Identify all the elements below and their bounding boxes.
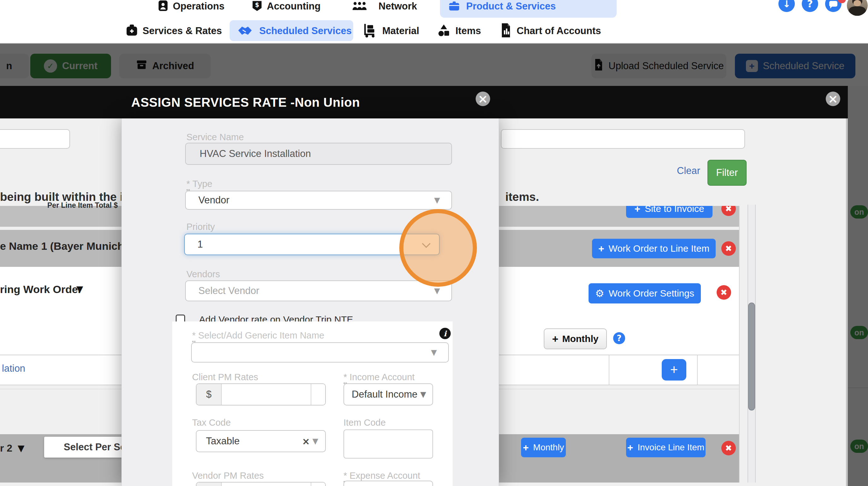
subtab-items[interactable]: Items [456,25,481,37]
tax-code-label: Tax Code [192,418,231,428]
priority-label: Priority [186,222,215,232]
subtab-scheduled-services[interactable]: Scheduled Services [259,25,352,37]
table-right-edge [739,206,740,483]
client-pm-input-group: $ [196,383,326,405]
line-item-total-header: Per Line Item Total $ [47,201,118,210]
site-to-invoice-button[interactable]: + Site to Invoice [626,206,713,218]
info-icon[interactable]: i [439,328,451,339]
delete-icon[interactable]: ✖ [717,285,731,300]
modal-title: ASSIGN SERVICES RATE -Non Union [131,95,360,110]
caret-down-icon: ▼ [313,437,318,446]
caret-down-icon: ▼ [434,286,440,295]
delete-icon[interactable]: ✖ [721,441,736,455]
briefcase-plus-icon [126,23,138,38]
clear-x-icon[interactable]: × [302,436,310,447]
subtab-material[interactable]: Material [382,25,419,37]
filter-input-right[interactable] [501,129,745,149]
gear-icon: ⚙ [595,287,604,299]
vendors-label: Vendors [186,269,220,280]
scrollbar-thumb[interactable] [748,303,755,410]
type-label: *Type [186,179,212,189]
product-box-icon [448,0,461,13]
download-icon[interactable]: ↓ [778,0,795,12]
service-name-label: Service Name [186,132,244,142]
delete-icon[interactable]: ✖ [721,241,736,256]
material-cart-icon [363,23,377,39]
expense-label: *Expense Account [343,470,420,481]
vendor-pm-label: Vendor PM Rates [192,470,264,481]
subtab-chart-of-accounts[interactable]: Chart of Accounts [517,25,601,37]
item-code-label: Item Code [343,418,386,428]
delete-icon[interactable]: ✖ [721,206,736,216]
generic-item-label: *Select/Add Generic Item Name [192,330,324,341]
close-icon[interactable]: × [826,92,840,106]
per-service-select[interactable]: Select Per Serv [44,437,123,458]
client-pm-label: Client PM Rates [192,372,258,382]
avatar[interactable] [847,0,868,16]
svg-text:$: $ [255,1,259,8]
tab-accounting[interactable]: Accounting [267,1,321,12]
caret-down-icon: ▼ [421,390,426,399]
generic-item-panel: *Select/Add Generic Item Name i ▼ Client… [172,321,453,486]
vendor-pm-input[interactable] [222,483,311,486]
grid-vline [609,355,609,384]
service-name-input[interactable]: HVAC Service Installation [185,143,452,165]
invoice-line-item-button[interactable]: + Invoice Line Item [626,438,706,457]
highlight-circle [399,209,477,287]
filter-input-left[interactable] [0,129,70,149]
top-nav: Operations $ Accounting Network Product … [0,0,868,18]
dollar-prefix: $ [196,384,222,405]
chevron-down-icon[interactable]: ▼ [76,284,83,294]
caret-down-icon: ▼ [434,196,440,205]
info-sentence-right: items. [505,191,539,204]
dollar-prefix: $ [196,483,222,486]
work-order-row-label: ring Work Order [0,283,82,295]
network-people-icon [351,0,368,13]
grid-vline [697,355,698,384]
income-select[interactable]: Default Income ▼ [343,383,433,405]
vendor-select[interactable]: Select Vendor ▼ [185,280,452,301]
monthly-help-icon[interactable]: ? [613,332,625,344]
work-order-to-line-item-button[interactable]: + Work Order to Line Item [592,239,716,258]
client-pm-addon [311,384,325,405]
bottom-row-label: r 2 [0,442,12,454]
modal-header-bar: ASSIGN SERVICES RATE -Non Union × × [0,86,848,118]
vendor-pm-addon [311,483,325,486]
chat-bubble-shape [829,1,837,7]
tab-product-services[interactable]: Product & Services [466,1,556,12]
subtab-services-rates[interactable]: Services & Rates [143,25,222,37]
close-icon[interactable]: × [476,92,490,106]
tab-operations[interactable]: Operations [173,1,224,12]
add-monthly-button[interactable]: + Monthly [544,328,607,349]
type-select[interactable]: Vendor ▼ [185,191,452,210]
clear-filter-link[interactable]: Clear [677,165,700,176]
work-order-settings-button[interactable]: ⚙ Work Order Settings [589,283,701,304]
generic-item-select[interactable]: ▼ [191,342,449,363]
filter-button[interactable]: Filter [708,160,747,186]
accounting-dollar-icon: $ [251,0,263,13]
items-shapes-icon [437,23,451,38]
installation-link[interactable]: lation [2,363,25,374]
app-screen: Operations $ Accounting Network Product … [0,0,868,486]
client-pm-input[interactable] [222,384,311,405]
assign-rate-modal: Service Name HVAC Service Installation *… [121,118,499,486]
vendor-pm-input-group: $ [196,482,326,486]
tab-network[interactable]: Network [378,1,417,12]
help-icon[interactable]: ? [802,0,818,12]
chart-of-accounts-doc-icon [500,23,512,39]
expense-select[interactable]: Default Expense ▼ [343,481,433,486]
operations-person-icon [157,0,169,13]
chevron-down-icon[interactable]: ▼ [18,443,25,454]
income-label: *Income Account [343,372,415,382]
item-code-input[interactable] [343,429,433,459]
add-line-item-button[interactable]: + [662,359,686,380]
sub-nav: Services & Rates Scheduled Services Mate… [0,18,868,44]
modal-backdrop-top [0,44,868,86]
bottom-monthly-button[interactable]: + Monthly [521,438,566,457]
tax-code-select[interactable]: Taxable × ▼ [196,430,326,452]
handshake-icon [237,25,255,38]
caret-down-icon: ▼ [431,348,437,357]
modal-backdrop-right [848,86,868,486]
